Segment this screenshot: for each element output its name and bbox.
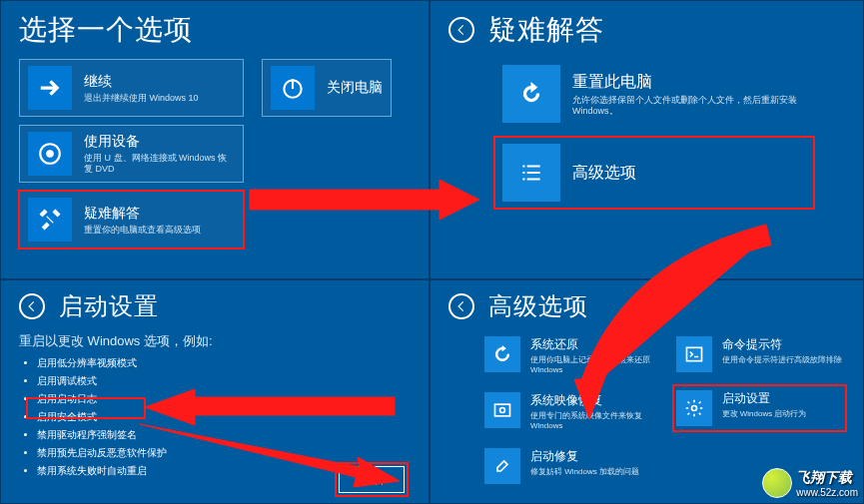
watermark-text: 飞翔下载 — [796, 469, 852, 485]
back-button[interactable] — [448, 17, 474, 43]
tile-reset-desc: 允许你选择保留个人文件或删除个人文件，然后重新安装 Windows。 — [572, 95, 802, 117]
list-item: 启用调试模式 — [37, 374, 411, 388]
tile-startup-repair[interactable]: 启动修复 修复妨碍 Windows 加载的问题 — [482, 444, 654, 488]
power-icon — [271, 66, 315, 110]
reset-icon — [502, 65, 560, 123]
tile-reset-label: 重置此电脑 — [572, 72, 802, 93]
tile-use-device[interactable]: 使用设备 使用 U 盘、网络连接或 Windows 恢复 DVD — [19, 125, 244, 183]
panel-choose-option: 选择一个选项 继续 退出并继续使用 Windows 10 — [0, 0, 430, 279]
watermark-url: www.52z.com — [796, 487, 858, 498]
tile-advanced-label: 高级选项 — [572, 163, 636, 184]
svg-point-1 — [47, 151, 54, 158]
tile-shutdown[interactable]: 关闭电脑 — [262, 59, 392, 117]
repair-label: 启动修复 — [530, 448, 639, 465]
back-button[interactable] — [19, 293, 45, 319]
image-icon — [484, 392, 520, 428]
restore-icon — [484, 336, 520, 372]
annotation-arrow — [250, 180, 479, 234]
arrow-right-icon — [28, 66, 72, 110]
svg-marker-9 — [574, 379, 604, 419]
tile-device-label: 使用设备 — [84, 133, 235, 151]
tile-continue[interactable]: 继续 退出并继续使用 Windows 10 — [19, 59, 244, 117]
watermark: 飞翔下载 www.52z.com — [762, 468, 858, 498]
list-icon — [502, 144, 560, 202]
list-item: 启用低分辨率视频模式 — [37, 356, 411, 370]
tile-device-desc: 使用 U 盘、网络连接或 Windows 恢复 DVD — [84, 153, 235, 175]
tools-icon — [28, 198, 72, 242]
tile-shutdown-label: 关闭电脑 — [327, 79, 383, 97]
panel3-subhead: 重启以更改 Windows 选项，例如: — [19, 332, 411, 350]
annotation-arrow — [140, 419, 400, 493]
annotation-box — [26, 397, 146, 419]
svg-rect-4 — [495, 404, 510, 416]
svg-point-5 — [500, 408, 505, 413]
tile-continue-label: 继续 — [84, 73, 199, 91]
panel1-title: 选择一个选项 — [19, 11, 193, 49]
tile-reset-pc[interactable]: 重置此电脑 允许你选择保留个人文件或删除个人文件，然后重新安装 Windows。 — [494, 59, 814, 129]
disc-icon — [28, 132, 72, 176]
svg-marker-8 — [250, 180, 479, 220]
repair-desc: 修复妨碍 Windows 加载的问题 — [530, 467, 639, 477]
watermark-icon — [762, 468, 792, 498]
tile-continue-desc: 退出并继续使用 Windows 10 — [84, 93, 199, 104]
repair-icon — [484, 448, 520, 484]
tile-troubleshoot-label: 疑难解答 — [84, 205, 201, 223]
tile-troubleshoot-desc: 重置你的电脑或查看高级选项 — [84, 225, 201, 236]
panel3-title: 启动设置 — [59, 290, 159, 322]
panel2-title: 疑难解答 — [488, 11, 604, 49]
tile-troubleshoot[interactable]: 疑难解答 重置你的电脑或查看高级选项 — [19, 191, 244, 249]
annotation-arrow — [569, 230, 779, 423]
svg-marker-11 — [140, 424, 400, 487]
back-button[interactable] — [448, 293, 474, 319]
tile-advanced-options[interactable]: 高级选项 — [494, 137, 814, 209]
